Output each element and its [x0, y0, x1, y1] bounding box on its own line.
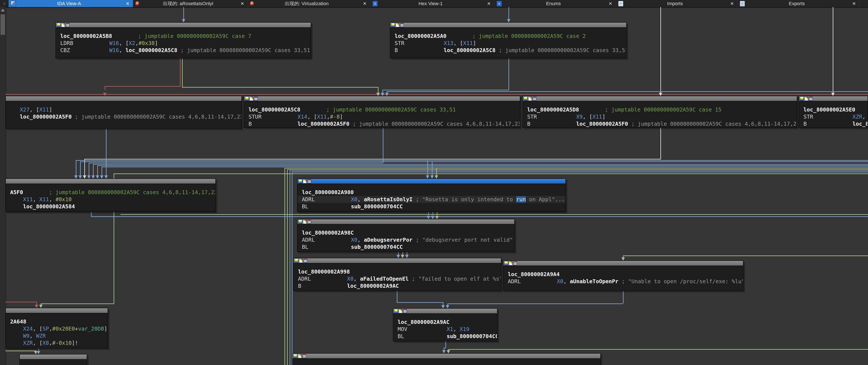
tab-close-icon[interactable]: ✕: [726, 1, 737, 6]
basic-block-loc_80000002A5E0[interactable]: loc_80000002A5E0STRXZR,Bloc_8: [799, 96, 868, 128]
block-colors-icon[interactable]: [57, 23, 60, 27]
block-group-icon[interactable]: [514, 261, 517, 265]
mnemonic: STR: [803, 113, 852, 120]
block-group-icon[interactable]: [308, 179, 311, 183]
tab-close-icon[interactable]: ✕: [122, 1, 133, 6]
block-group-icon[interactable]: [403, 309, 407, 313]
tab-close-icon[interactable]: ✕: [605, 1, 616, 6]
block-edit-icon[interactable]: [298, 354, 302, 358]
mnemonic: ADRL: [298, 275, 347, 282]
graph-view-canvas[interactable]: loc_80000002A5B8 ; jumptable 00008000000…: [0, 7, 868, 365]
block-group-icon[interactable]: [400, 23, 404, 27]
block-title-bar[interactable]: [503, 261, 743, 266]
text: ]!: [72, 340, 78, 346]
basic-block-loc_80000002A5A0[interactable]: loc_80000002A5A0 ; jumptable 00008000000…: [390, 22, 627, 58]
graph-edge-arrow: [621, 257, 625, 261]
graph-edge: [84, 159, 661, 159]
register: X0: [351, 196, 358, 203]
basic-block-loc_80000002A5C8[interactable]: loc_80000002A5C8 ; jumptable 00008000000…: [244, 96, 520, 128]
block-edit-icon[interactable]: [528, 97, 532, 101]
block-colors-icon[interactable]: [299, 179, 302, 183]
block-title-bar[interactable]: [523, 96, 797, 101]
graph-edge-arrow: [103, 93, 106, 96]
tab-occurrences-virtualization[interactable]: 出现的: Virtualization✕: [248, 0, 370, 7]
block-edit-icon[interactable]: [61, 23, 65, 27]
block-title-bar[interactable]: [6, 308, 107, 313]
block-group-icon[interactable]: [809, 97, 813, 101]
vertical-scrollbar[interactable]: [0, 7, 6, 365]
basic-block-block-x27-clipped[interactable]: X27, [X11] loc_80000002A5F0 ; jumptable …: [5, 96, 242, 129]
block-title-bar[interactable]: [294, 258, 501, 264]
scroll-up-icon[interactable]: [1, 9, 5, 11]
block-colors-icon[interactable]: [293, 354, 297, 358]
basic-block-loc_80000002A998[interactable]: loc_80000002A998ADRLX0, aFailedToOpenEl …: [293, 258, 501, 291]
block-colors-icon[interactable]: [524, 97, 527, 101]
block-title-bar[interactable]: [20, 355, 87, 360]
mnemonic: B: [395, 47, 444, 54]
graph-edge: [508, 7, 509, 20]
block-colors-icon[interactable]: [504, 261, 508, 265]
basic-block-loc_80000002A5D8[interactable]: loc_80000002A5D8 ; jumptable 00008000000…: [522, 96, 797, 128]
name-ref: loc_80000002A5C8: [125, 47, 177, 53]
block-colors-icon[interactable]: [800, 97, 804, 101]
block-colors-icon[interactable]: [294, 259, 298, 263]
block-title-bar[interactable]: [390, 23, 626, 28]
comment: on Appl"...: [526, 196, 565, 203]
block-title-bar[interactable]: [244, 96, 520, 101]
tab-exports[interactable]: »Exports✕: [738, 0, 860, 7]
asm-line: Bloc_80000002A5F0 ; jumptable 0000800000…: [527, 120, 797, 127]
block-edit-icon[interactable]: [303, 179, 307, 183]
basic-block-loc_80000002A9AC[interactable]: loc_80000002A9ACMOVX1, X19BLsub_80000007…: [393, 308, 497, 341]
tab-close-icon[interactable]: ✕: [484, 1, 494, 6]
basic-block-block-bottom-left[interactable]: [19, 354, 87, 365]
basic-block-loc_80000002A980[interactable]: loc_80000002A980ADRLX0, aRosettaIsOnlyI …: [297, 178, 566, 212]
tab-close-icon[interactable]: ✕: [359, 1, 370, 6]
graph-edge: [183, 7, 184, 20]
block-title-bar[interactable]: [292, 354, 600, 359]
graph-edge: [436, 168, 437, 175]
block-title-bar[interactable]: [56, 23, 311, 28]
tab-occurrences-rosetta[interactable]: 出现的: aRosettaIsOnlyI✕: [133, 0, 248, 7]
tab-imports[interactable]: ✓Imports✕: [616, 0, 738, 7]
block-title-bar[interactable]: [799, 96, 868, 101]
block-title-bar[interactable]: [6, 96, 241, 101]
block-title-bar[interactable]: [298, 219, 514, 224]
block-colors-icon[interactable]: [391, 23, 395, 27]
block-group-icon[interactable]: [533, 97, 536, 101]
dock-close-icon[interactable]: ✕: [0, 0, 9, 7]
basic-block-block-bottom-center[interactable]: [292, 353, 601, 365]
block-edit-icon[interactable]: [396, 23, 399, 27]
scrollbar-thumb[interactable]: [1, 14, 5, 35]
basic-block-loc_80000002A9A4[interactable]: loc_80000002A9A4ADRLX0, aUnableToOpenPr …: [503, 261, 743, 291]
name-ref: loc_80000002A584: [23, 203, 75, 210]
block-edit-icon[interactable]: [509, 261, 513, 265]
block-colors-icon[interactable]: [394, 309, 398, 313]
basic-block-loc_80000002A5B8[interactable]: loc_80000002A5B8 ; jumptable 00008000000…: [56, 22, 311, 58]
basic-block-loc_80000002A5F0-clipped[interactable]: A5F0 ; jumptable 000080000002A59C cases …: [5, 178, 216, 212]
block-title-bar-selected[interactable]: [298, 179, 565, 184]
block-edit-icon[interactable]: [250, 97, 253, 101]
block-colors-icon[interactable]: [245, 97, 249, 101]
block-edit-icon[interactable]: [805, 97, 808, 101]
tab-enums[interactable]: ≡Enums✕: [494, 0, 616, 7]
block-group-icon[interactable]: [66, 23, 69, 27]
tab-close-icon[interactable]: ✕: [849, 1, 859, 6]
block-edit-icon[interactable]: [303, 220, 307, 224]
basic-block-block-2A648-clipped[interactable]: 2A648 X24, [SP,#0x20E0+var_20D8] W9, WZR…: [5, 308, 108, 348]
block-edit-icon[interactable]: [399, 309, 402, 313]
asm-line: loc_80000002A9A4: [508, 271, 743, 278]
block-group-icon[interactable]: [254, 97, 258, 101]
block-title-bar[interactable]: [6, 179, 215, 184]
block-colors-icon[interactable]: [299, 220, 302, 224]
basic-block-loc_80000002A98C[interactable]: loc_80000002A98CADRLX0, aDebugserverPor …: [297, 219, 515, 252]
name-ref: loc_80000002A5E0: [803, 107, 855, 113]
graph-edge: [402, 252, 403, 255]
block-group-icon[interactable]: [308, 220, 311, 224]
block-group-icon[interactable]: [304, 259, 307, 263]
tab-hex-view-1[interactable]: 0Hex View-1✕: [370, 0, 494, 7]
block-group-icon[interactable]: [303, 354, 306, 358]
block-edit-icon[interactable]: [299, 259, 303, 263]
tab-ida-view-a[interactable]: IDA View-A✕: [9, 0, 133, 7]
block-title-bar[interactable]: [393, 309, 497, 314]
tab-close-icon[interactable]: ✕: [237, 1, 248, 6]
